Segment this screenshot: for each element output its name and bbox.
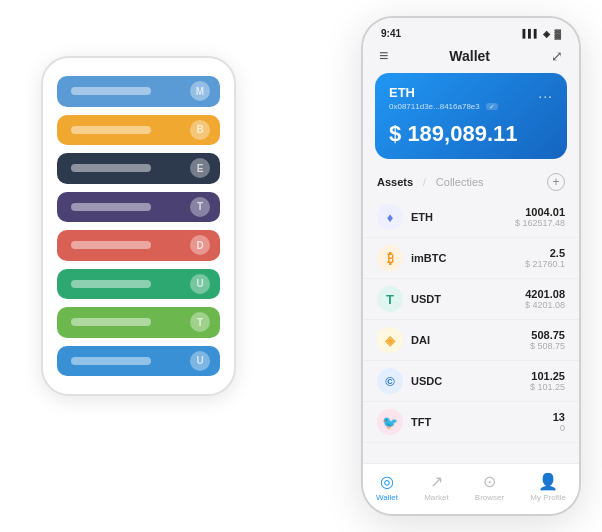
expand-icon[interactable]: ⤢: [551, 48, 563, 64]
asset-name: ETH: [411, 211, 515, 223]
asset-name: USDT: [411, 293, 525, 305]
asset-values: 4201.08$ 4201.08: [525, 288, 565, 310]
asset-item[interactable]: TUSDT4201.08$ 4201.08: [363, 279, 579, 320]
eth-card-balance: $ 189,089.11: [389, 121, 553, 147]
asset-amount: 4201.08: [525, 288, 565, 300]
card-row: U: [57, 269, 220, 300]
battery-icon: ▓: [554, 29, 561, 39]
asset-usd: $ 4201.08: [525, 300, 565, 310]
back-phone: MBETDUTU: [41, 56, 236, 396]
asset-icon: T: [377, 286, 403, 312]
nav-item[interactable]: ◎Wallet: [376, 472, 398, 502]
bottom-nav: ◎Wallet↗Market⊙Browser👤My Profile: [363, 463, 579, 514]
asset-item[interactable]: 🐦TFT130: [363, 402, 579, 443]
asset-usd: $ 162517.48: [515, 218, 565, 228]
asset-icon: 🐦: [377, 409, 403, 435]
card-row: M: [57, 76, 220, 107]
asset-icon: ◈: [377, 327, 403, 353]
asset-values: 130: [553, 411, 565, 433]
nav-item[interactable]: ↗Market: [424, 472, 448, 502]
menu-icon[interactable]: ≡: [379, 47, 388, 65]
assets-tab-active[interactable]: Assets: [377, 176, 413, 188]
nav-label: Wallet: [376, 493, 398, 502]
asset-icon: ©: [377, 368, 403, 394]
asset-amount: 2.5: [525, 247, 565, 259]
nav-icon: ◎: [380, 472, 394, 491]
asset-amount: 1004.01: [515, 206, 565, 218]
nav-item[interactable]: 👤My Profile: [530, 472, 566, 502]
nav-label: My Profile: [530, 493, 566, 502]
asset-item[interactable]: ◈DAI508.75$ 508.75: [363, 320, 579, 361]
asset-usd: $ 101.25: [530, 382, 565, 392]
status-icons: ▌▌▌ ◈ ▓: [522, 29, 561, 39]
assets-tab-inactive[interactable]: Collecties: [436, 176, 484, 188]
nav-icon: ↗: [430, 472, 443, 491]
phone-header: ≡ Wallet ⤢: [363, 43, 579, 73]
nav-label: Browser: [475, 493, 504, 502]
signal-icon: ▌▌▌: [522, 29, 539, 38]
eth-card-title: ETH: [389, 85, 553, 100]
asset-values: 101.25$ 101.25: [530, 370, 565, 392]
front-phone: 9:41 ▌▌▌ ◈ ▓ ≡ Wallet ⤢ ETH 0x08711d3e..…: [361, 16, 581, 516]
card-row: U: [57, 346, 220, 377]
asset-icon: ♦: [377, 204, 403, 230]
scene: MBETDUTU 9:41 ▌▌▌ ◈ ▓ ≡ Wallet ⤢ ETH 0x0…: [21, 16, 581, 516]
asset-list: ♦ETH1004.01$ 162517.48₿imBTC2.5$ 21760.1…: [363, 197, 579, 463]
nav-icon: 👤: [538, 472, 558, 491]
phone-content: ETH 0x08711d3e...8416a78e3 ✓ $ 189,089.1…: [363, 73, 579, 463]
nav-icon: ⊙: [483, 472, 496, 491]
card-row: T: [57, 192, 220, 223]
eth-card: ETH 0x08711d3e...8416a78e3 ✓ $ 189,089.1…: [375, 73, 567, 159]
asset-usd: $ 508.75: [530, 341, 565, 351]
status-time: 9:41: [381, 28, 401, 39]
asset-amount: 508.75: [530, 329, 565, 341]
assets-header: Assets / Collecties +: [363, 169, 579, 197]
header-title: Wallet: [449, 48, 490, 64]
asset-usd: $ 21760.1: [525, 259, 565, 269]
status-bar: 9:41 ▌▌▌ ◈ ▓: [363, 18, 579, 43]
asset-usd: 0: [553, 423, 565, 433]
asset-amount: 101.25: [530, 370, 565, 382]
asset-name: TFT: [411, 416, 553, 428]
card-row: B: [57, 115, 220, 146]
asset-name: imBTC: [411, 252, 525, 264]
eth-card-more[interactable]: ...: [538, 85, 553, 101]
asset-name: USDC: [411, 375, 530, 387]
eth-card-address: 0x08711d3e...8416a78e3 ✓: [389, 102, 553, 111]
asset-name: DAI: [411, 334, 530, 346]
assets-add-button[interactable]: +: [547, 173, 565, 191]
card-row: T: [57, 307, 220, 338]
card-row: E: [57, 153, 220, 184]
asset-amount: 13: [553, 411, 565, 423]
asset-item[interactable]: ₿imBTC2.5$ 21760.1: [363, 238, 579, 279]
asset-values: 508.75$ 508.75: [530, 329, 565, 351]
asset-item[interactable]: ♦ETH1004.01$ 162517.48: [363, 197, 579, 238]
asset-icon: ₿: [377, 245, 403, 271]
nav-item[interactable]: ⊙Browser: [475, 472, 504, 502]
card-row: D: [57, 230, 220, 261]
nav-label: Market: [424, 493, 448, 502]
assets-tabs: Assets / Collecties: [377, 176, 484, 188]
asset-values: 1004.01$ 162517.48: [515, 206, 565, 228]
asset-values: 2.5$ 21760.1: [525, 247, 565, 269]
wifi-icon: ◈: [543, 29, 550, 39]
asset-item[interactable]: ©USDC101.25$ 101.25: [363, 361, 579, 402]
assets-divider: /: [423, 177, 426, 188]
